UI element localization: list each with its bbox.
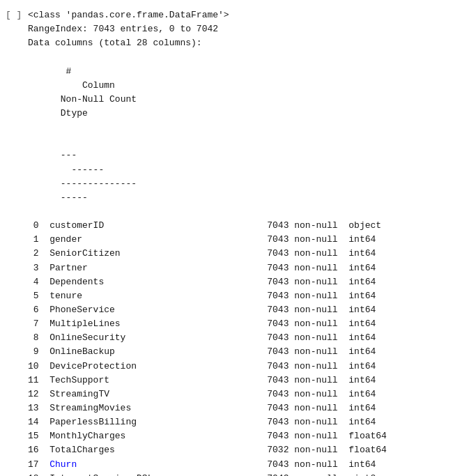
table-row: 10 DeviceProtection 7043 non-null int64 <box>28 360 447 374</box>
notebook-cell: [ ] <class 'pandas.core.frame.DataFrame'… <box>0 6 453 476</box>
table-row: 4 Dependents 7043 non-null int64 <box>28 275 447 289</box>
sep-dtype: ----- <box>61 192 88 203</box>
table-header: # Column Non-Null Count Dtype <box>28 50 447 135</box>
sep-count: -------------- <box>61 178 148 189</box>
table-row: 18 InternetService_DSL 7043 non-null uin… <box>28 472 447 476</box>
col-dtype: int64 <box>348 459 376 470</box>
table-row: 0 customerID 7043 non-null object <box>28 219 447 233</box>
col-idx: 17 <box>28 459 49 470</box>
header-column: Column <box>61 80 300 91</box>
table-row: 5 tenure 7043 non-null int64 <box>28 289 447 303</box>
table-row: 7 MultipleLines 7043 non-null int64 <box>28 317 447 331</box>
table-row: 12 StreamingTV 7043 non-null int64 <box>28 387 447 401</box>
cell-bracket: [ ] <box>6 8 25 20</box>
sep-column: ------ <box>61 164 289 175</box>
table-row: 2 SeniorCitizen 7043 non-null int64 <box>28 247 447 261</box>
table-row: 16 TotalCharges 7032 non-null float64 <box>28 443 447 457</box>
table-row: 17 Churn 7043 non-null int64 <box>28 458 447 472</box>
table-row: 8 OnlineSecurity 7043 non-null int64 <box>28 331 447 345</box>
col-name: Churn <box>49 459 77 470</box>
table-row: 15 MonthlyCharges 7043 non-null float64 <box>28 429 447 443</box>
sep-hash: --- <box>61 150 77 160</box>
col-null: non-null <box>294 459 348 470</box>
table-row: 13 StreamingMovies 7043 non-null int64 <box>28 401 447 415</box>
header-dtype: Dtype <box>61 108 88 118</box>
class-line: <class 'pandas.core.frame.DataFrame'> <box>28 8 447 22</box>
cell-content: <class 'pandas.core.frame.DataFrame'> Ra… <box>25 8 447 476</box>
range-index-line: RangeIndex: 7043 entries, 0 to 7042 <box>28 22 447 36</box>
table-body: 0 customerID 7043 non-null object 1 gend… <box>28 219 447 476</box>
header-hash: # <box>61 66 72 77</box>
data-columns-line: Data columns (total 28 columns): <box>28 36 447 50</box>
table-separator: --- ------ -------------- ----- <box>28 135 447 219</box>
col-count: 7043 <box>267 459 294 470</box>
header-non-null-count: Non-Null Count <box>61 94 148 105</box>
table-row: 6 PhoneService 7043 non-null int64 <box>28 303 447 317</box>
col-pad <box>77 459 267 470</box>
table-row: 14 PaperlessBilling 7043 non-null int64 <box>28 415 447 429</box>
table-row: 9 OnlineBackup 7043 non-null int64 <box>28 345 447 359</box>
table-row: 1 gender 7043 non-null int64 <box>28 233 447 247</box>
table-row: 11 TechSupport 7043 non-null int64 <box>28 374 447 387</box>
table-row: 3 Partner 7043 non-null int64 <box>28 261 447 275</box>
